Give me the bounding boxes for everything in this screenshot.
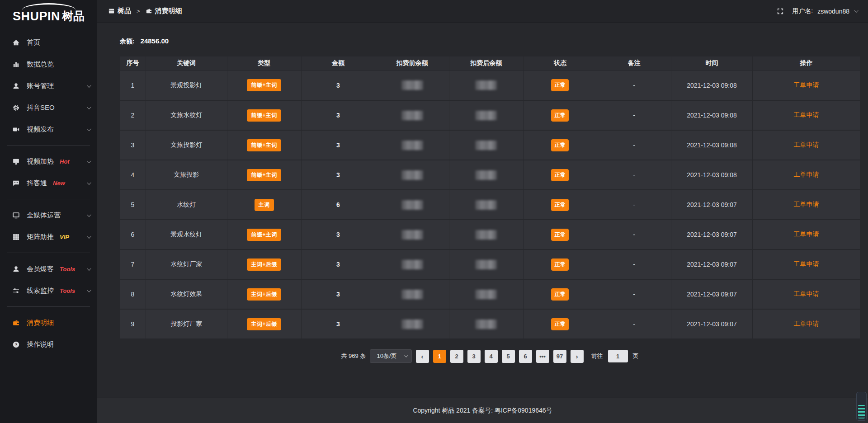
work-order-link[interactable]: 工单申请 [794, 111, 819, 118]
app-window: SHUPIN 树品 首页数据总览账号管理抖音SEO视频发布视频加热Hot抖客通N… [0, 0, 868, 423]
sidebar-item-tag: Hot [60, 158, 70, 165]
chevron-down-icon [87, 212, 91, 217]
comment-icon [12, 179, 20, 187]
cell-action: 工单申请 [753, 309, 860, 339]
redacted-balance-before [401, 290, 423, 299]
redacted-balance-before [401, 111, 423, 120]
fullscreen-icon[interactable] [777, 8, 784, 15]
cell-time: 2021-12-03 09:07 [671, 309, 752, 339]
status-badge: 正常 [551, 169, 569, 181]
copyright-text: Copyright 树品 2021 备案号: 粤ICP备09019646号 [413, 407, 552, 415]
work-order-link[interactable]: 工单申请 [794, 260, 819, 268]
cell-action: 工单申请 [753, 279, 860, 309]
sidebar-divider [7, 199, 90, 199]
cell-amount: 3 [301, 130, 375, 160]
cell-balance-before [375, 190, 449, 220]
sidebar-item-3[interactable]: 抖音SEO [0, 97, 97, 118]
cell-index: 8 [120, 279, 146, 309]
sidebar-item-9[interactable]: 全媒体运营 [0, 204, 97, 226]
cell-type: 主词 [227, 190, 301, 220]
cell-status: 正常 [523, 220, 597, 249]
pagination: 共 969 条 10条/页 ‹ 123456•••97 › 前往 页 [120, 349, 860, 363]
sidebar-item-2[interactable]: 账号管理 [0, 75, 97, 97]
scroll-widget[interactable] [856, 392, 867, 421]
cell-status: 正常 [523, 249, 597, 279]
column-header: 序号 [120, 56, 146, 70]
work-order-link[interactable]: 工单申请 [794, 141, 819, 148]
page-button-3[interactable]: 3 [467, 350, 481, 363]
cell-index: 9 [120, 309, 146, 339]
page-ellipsis-button[interactable]: ••• [536, 350, 549, 363]
brand-logo[interactable]: SHUPIN 树品 [0, 0, 97, 29]
cell-status: 正常 [523, 160, 597, 190]
next-page-button[interactable]: › [571, 350, 584, 363]
status-badge: 正常 [551, 109, 569, 122]
content: 余额: 24856.00 序号关键词类型金额扣费前余额扣费后余额状态备注时间操作… [97, 23, 868, 398]
page-size-select[interactable]: 10条/页 [370, 349, 411, 363]
work-order-link[interactable]: 工单申请 [794, 201, 819, 208]
sidebar-item-label: 会员爆客 [27, 265, 54, 273]
sidebar-item-tag: VIP [60, 234, 69, 240]
username-label: 用户名: [792, 7, 813, 15]
wallet-icon [146, 8, 152, 14]
column-header: 状态 [523, 56, 597, 70]
status-badge: 正常 [551, 318, 569, 330]
work-order-link[interactable]: 工单申请 [794, 290, 819, 297]
sidebar-item-4[interactable]: 视频发布 [0, 118, 97, 140]
table-row: 7水纹灯厂家主词+后缀3正常-2021-12-03 09:07工单申请 [120, 249, 860, 279]
breadcrumb-item-1[interactable]: 消费明细 [146, 7, 182, 15]
prev-page-button[interactable]: ‹ [416, 350, 429, 363]
table-row: 9投影灯厂家主词+后缀3正常-2021-12-03 09:07工单申请 [120, 309, 860, 339]
column-header: 操作 [753, 56, 860, 70]
sidebar-item-13[interactable]: 线索监控Tools [0, 280, 97, 301]
type-badge: 前缀+主词 [247, 169, 281, 181]
sidebar-item-10[interactable]: 矩阵助推VIP [0, 226, 97, 248]
redacted-balance-before [401, 170, 423, 180]
sidebar-item-6[interactable]: 视频加热Hot [0, 150, 97, 172]
cell-remark: - [597, 249, 671, 279]
chevron-down-icon [87, 127, 91, 131]
page-button-4[interactable]: 4 [485, 350, 498, 363]
sidebar-item-15[interactable]: 消费明细 [0, 312, 97, 334]
cell-time: 2021-12-03 09:07 [671, 190, 752, 220]
cell-balance-before [375, 309, 449, 339]
page-button-5[interactable]: 5 [502, 350, 515, 363]
page-button-2[interactable]: 2 [450, 350, 463, 363]
redacted-balance-before [401, 200, 423, 210]
type-badge: 前缀+主词 [247, 109, 281, 122]
cell-keyword: 景观水纹灯 [146, 220, 227, 249]
cell-keyword: 投影灯厂家 [146, 309, 227, 339]
redacted-balance-before [401, 260, 423, 269]
user-menu[interactable]: 用户名: zswodun88 [792, 7, 857, 15]
home-icon [12, 39, 20, 47]
page-button-6[interactable]: 6 [519, 350, 532, 363]
sidebar-item-16[interactable]: ?操作说明 [0, 334, 97, 355]
work-order-link[interactable]: 工单申请 [794, 320, 819, 327]
page-button-97[interactable]: 97 [553, 350, 566, 363]
cell-index: 1 [120, 70, 146, 100]
sidebar-item-1[interactable]: 数据总览 [0, 53, 97, 75]
pagination-total: 共 969 条 [341, 352, 366, 360]
chevron-down-icon [87, 180, 91, 185]
breadcrumb-item-0[interactable]: 树品 [108, 7, 131, 15]
table-body: 1景观投影灯前缀+主词3正常-2021-12-03 09:08工单申请2文旅水纹… [120, 70, 860, 339]
cell-balance-after [449, 220, 523, 249]
sidebar-item-7[interactable]: 抖客通New [0, 172, 97, 194]
monitor-icon [12, 212, 20, 219]
work-order-link[interactable]: 工单申请 [794, 230, 819, 238]
work-order-link[interactable]: 工单申请 [794, 81, 819, 89]
work-order-link[interactable]: 工单申请 [794, 171, 819, 178]
goto-page-input[interactable] [608, 350, 628, 362]
sidebar-item-0[interactable]: 首页 [0, 32, 97, 53]
page-button-1[interactable]: 1 [433, 350, 446, 363]
username-value: zswodun88 [817, 8, 849, 15]
cell-time: 2021-12-03 09:08 [671, 100, 752, 130]
redacted-balance-after [475, 260, 497, 269]
type-badge: 主词+后缀 [247, 318, 281, 330]
status-badge: 正常 [551, 288, 569, 301]
sidebar-item-12[interactable]: 会员爆客Tools [0, 258, 97, 280]
cell-status: 正常 [523, 309, 597, 339]
breadcrumb-separator: > [137, 8, 140, 14]
cell-remark: - [597, 309, 671, 339]
user-icon [12, 82, 20, 90]
